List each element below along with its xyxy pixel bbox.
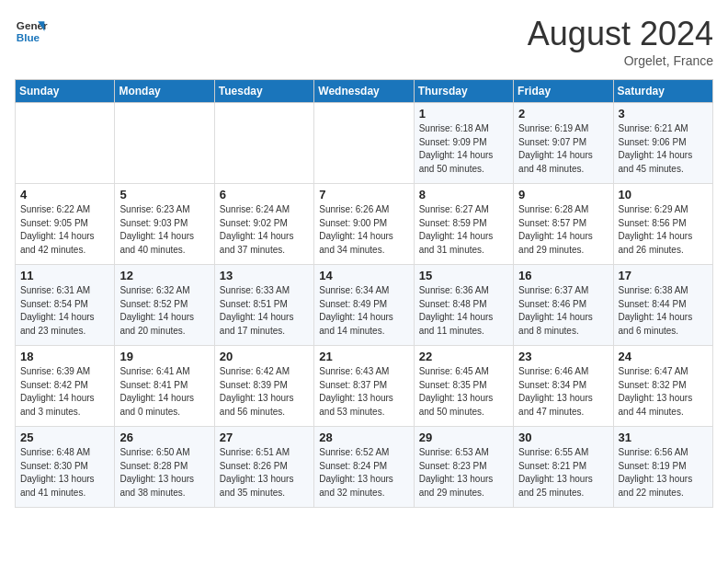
calendar-week-row: 4Sunrise: 6:22 AM Sunset: 9:05 PM Daylig… [16,184,713,265]
day-info: Sunrise: 6:48 AM Sunset: 8:30 PM Dayligh… [20,446,109,500]
day-number: 2 [518,107,608,121]
calendar-cell: 18Sunrise: 6:39 AM Sunset: 8:42 PM Dayli… [16,346,115,427]
calendar-day-header: Thursday [414,80,513,103]
calendar-cell: 26Sunrise: 6:50 AM Sunset: 8:28 PM Dayli… [115,427,214,508]
day-info: Sunrise: 6:23 AM Sunset: 9:03 PM Dayligh… [119,203,209,257]
page-header: General Blue August 2024 Orgelet, France [15,15,713,68]
day-number: 10 [619,188,708,201]
day-number: 27 [220,431,309,444]
day-info: Sunrise: 6:19 AM Sunset: 9:07 PM Dayligh… [518,122,608,176]
calendar-cell: 14Sunrise: 6:34 AM Sunset: 8:49 PM Dayli… [314,265,414,346]
day-number: 26 [119,431,209,444]
day-number: 29 [419,431,508,444]
day-number: 14 [319,269,408,282]
calendar-cell: 23Sunrise: 6:46 AM Sunset: 8:34 PM Dayli… [514,346,613,427]
calendar-cell: 16Sunrise: 6:37 AM Sunset: 8:46 PM Dayli… [514,265,613,346]
calendar-cell: 5Sunrise: 6:23 AM Sunset: 9:03 PM Daylig… [115,184,214,265]
calendar-cell: 12Sunrise: 6:32 AM Sunset: 8:52 PM Dayli… [115,265,214,346]
day-info: Sunrise: 6:33 AM Sunset: 8:51 PM Dayligh… [220,284,309,338]
calendar-day-header: Saturday [613,80,712,103]
day-number: 24 [619,350,708,363]
day-number: 9 [518,188,608,201]
calendar-cell: 7Sunrise: 6:26 AM Sunset: 9:00 PM Daylig… [314,184,414,265]
day-number: 25 [20,431,109,444]
day-info: Sunrise: 6:41 AM Sunset: 8:41 PM Dayligh… [119,365,209,419]
day-number: 30 [518,431,608,444]
location: Orgelet, France [528,53,713,68]
day-number: 5 [119,188,209,201]
day-number: 13 [220,269,309,282]
calendar-cell: 8Sunrise: 6:27 AM Sunset: 8:59 PM Daylig… [414,184,513,265]
day-info: Sunrise: 6:51 AM Sunset: 8:26 PM Dayligh… [220,446,309,500]
day-number: 6 [220,188,309,201]
day-info: Sunrise: 6:21 AM Sunset: 9:06 PM Dayligh… [619,122,708,176]
calendar-day-header: Wednesday [314,80,414,103]
calendar-cell: 4Sunrise: 6:22 AM Sunset: 9:05 PM Daylig… [16,184,115,265]
day-number: 28 [319,431,408,444]
day-info: Sunrise: 6:37 AM Sunset: 8:46 PM Dayligh… [518,284,608,338]
day-info: Sunrise: 6:46 AM Sunset: 8:34 PM Dayligh… [518,365,608,419]
day-info: Sunrise: 6:45 AM Sunset: 8:35 PM Dayligh… [419,365,508,419]
day-number: 20 [220,350,309,363]
calendar-day-header: Sunday [16,80,115,103]
day-number: 17 [619,269,708,282]
day-info: Sunrise: 6:53 AM Sunset: 8:23 PM Dayligh… [419,446,508,500]
day-number: 8 [419,188,508,201]
day-info: Sunrise: 6:43 AM Sunset: 8:37 PM Dayligh… [319,365,408,419]
day-number: 15 [419,269,508,282]
calendar-header-row: SundayMondayTuesdayWednesdayThursdayFrid… [16,80,713,103]
day-info: Sunrise: 6:55 AM Sunset: 8:21 PM Dayligh… [518,446,608,500]
day-info: Sunrise: 6:52 AM Sunset: 8:24 PM Dayligh… [319,446,408,500]
calendar-day-header: Tuesday [214,80,313,103]
calendar-cell [16,103,115,184]
day-info: Sunrise: 6:34 AM Sunset: 8:49 PM Dayligh… [319,284,408,338]
day-number: 19 [119,350,209,363]
day-info: Sunrise: 6:32 AM Sunset: 8:52 PM Dayligh… [119,284,209,338]
day-number: 23 [518,350,608,363]
calendar-cell: 3Sunrise: 6:21 AM Sunset: 9:06 PM Daylig… [613,103,712,184]
calendar-cell: 22Sunrise: 6:45 AM Sunset: 8:35 PM Dayli… [414,346,513,427]
calendar-day-header: Friday [514,80,613,103]
day-info: Sunrise: 6:31 AM Sunset: 8:54 PM Dayligh… [20,284,109,338]
calendar-cell: 9Sunrise: 6:28 AM Sunset: 8:57 PM Daylig… [514,184,613,265]
logo-icon: General Blue [15,15,48,48]
calendar-cell: 2Sunrise: 6:19 AM Sunset: 9:07 PM Daylig… [514,103,613,184]
month-title: August 2024 [528,15,713,53]
day-number: 3 [619,107,708,121]
day-info: Sunrise: 6:50 AM Sunset: 8:28 PM Dayligh… [119,446,209,500]
calendar-cell: 1Sunrise: 6:18 AM Sunset: 9:09 PM Daylig… [414,103,513,184]
calendar-cell: 19Sunrise: 6:41 AM Sunset: 8:41 PM Dayli… [115,346,214,427]
day-info: Sunrise: 6:39 AM Sunset: 8:42 PM Dayligh… [20,365,109,419]
day-info: Sunrise: 6:24 AM Sunset: 9:02 PM Dayligh… [220,203,309,257]
day-info: Sunrise: 6:47 AM Sunset: 8:32 PM Dayligh… [619,365,708,419]
day-number: 11 [20,269,109,282]
logo: General Blue [15,15,48,48]
calendar-day-header: Monday [115,80,214,103]
calendar-cell: 28Sunrise: 6:52 AM Sunset: 8:24 PM Dayli… [314,427,414,508]
calendar-week-row: 11Sunrise: 6:31 AM Sunset: 8:54 PM Dayli… [16,265,713,346]
day-info: Sunrise: 6:27 AM Sunset: 8:59 PM Dayligh… [419,203,508,257]
day-info: Sunrise: 6:28 AM Sunset: 8:57 PM Dayligh… [518,203,608,257]
day-info: Sunrise: 6:22 AM Sunset: 9:05 PM Dayligh… [20,203,109,257]
day-info: Sunrise: 6:42 AM Sunset: 8:39 PM Dayligh… [220,365,309,419]
calendar-body: 1Sunrise: 6:18 AM Sunset: 9:09 PM Daylig… [16,103,713,508]
day-number: 18 [20,350,109,363]
calendar-cell: 21Sunrise: 6:43 AM Sunset: 8:37 PM Dayli… [314,346,414,427]
calendar-cell: 17Sunrise: 6:38 AM Sunset: 8:44 PM Dayli… [613,265,712,346]
calendar-cell: 15Sunrise: 6:36 AM Sunset: 8:48 PM Dayli… [414,265,513,346]
svg-text:Blue: Blue [17,31,40,43]
calendar-week-row: 25Sunrise: 6:48 AM Sunset: 8:30 PM Dayli… [16,427,713,508]
calendar-cell: 10Sunrise: 6:29 AM Sunset: 8:56 PM Dayli… [613,184,712,265]
calendar-cell: 30Sunrise: 6:55 AM Sunset: 8:21 PM Dayli… [514,427,613,508]
calendar-cell: 11Sunrise: 6:31 AM Sunset: 8:54 PM Dayli… [16,265,115,346]
calendar-cell: 29Sunrise: 6:53 AM Sunset: 8:23 PM Dayli… [414,427,513,508]
day-info: Sunrise: 6:38 AM Sunset: 8:44 PM Dayligh… [619,284,708,338]
day-number: 22 [419,350,508,363]
calendar-cell: 27Sunrise: 6:51 AM Sunset: 8:26 PM Dayli… [214,427,313,508]
calendar-cell: 6Sunrise: 6:24 AM Sunset: 9:02 PM Daylig… [214,184,313,265]
calendar-cell: 13Sunrise: 6:33 AM Sunset: 8:51 PM Dayli… [214,265,313,346]
calendar-week-row: 1Sunrise: 6:18 AM Sunset: 9:09 PM Daylig… [16,103,713,184]
calendar-cell: 25Sunrise: 6:48 AM Sunset: 8:30 PM Dayli… [16,427,115,508]
title-block: August 2024 Orgelet, France [528,15,713,68]
calendar-table: SundayMondayTuesdayWednesdayThursdayFrid… [15,79,713,508]
